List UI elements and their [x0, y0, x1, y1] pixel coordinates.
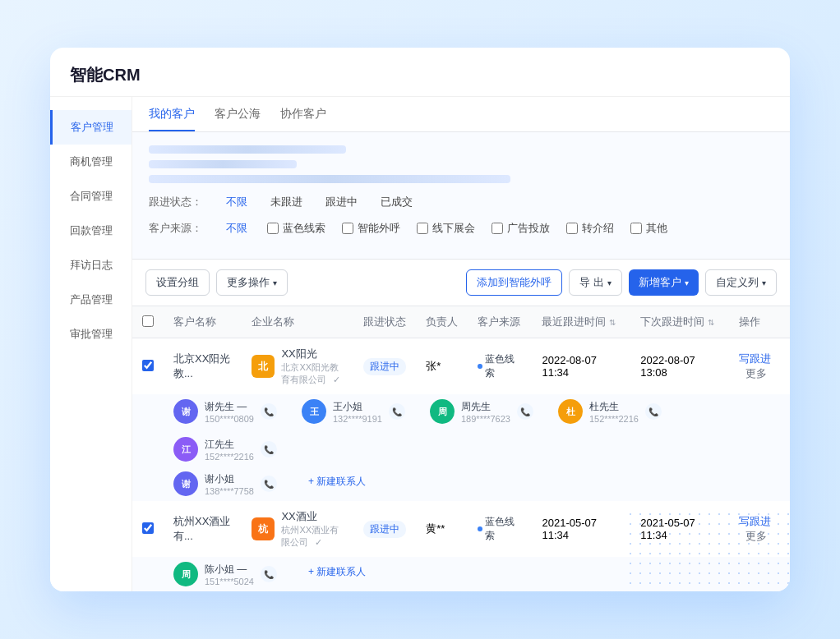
set-group-button[interactable]: 设置分组 — [145, 269, 210, 296]
skeleton-line-2 — [149, 160, 297, 168]
phone-icon[interactable]: 📞 — [261, 441, 277, 457]
row1-status-badge: 跟进中 — [363, 358, 406, 375]
row1-company-full-name: 北京XX阳光教育有限公司 ✓ — [281, 361, 344, 386]
col-source: 客户来源 — [468, 306, 532, 338]
sidebar-item-approval[interactable]: 审批管理 — [50, 317, 132, 352]
source-label: 客户来源： — [149, 221, 206, 236]
tab-my-customer[interactable]: 我的客户 — [149, 107, 195, 131]
contact-avatar: 江 — [173, 437, 198, 462]
sidebar-item-opportunity[interactable]: 商机管理 — [50, 145, 132, 179]
source-all[interactable]: 不限 — [223, 219, 251, 237]
phone-icon[interactable]: 📞 — [389, 403, 405, 420]
header-checkbox-cell — [132, 306, 164, 338]
skeleton-line-3 — [149, 175, 510, 183]
row1-write-btn[interactable]: 写跟进 — [739, 352, 771, 365]
row1-checkbox-cell — [132, 338, 164, 395]
table-row-contacts-2: 周 陈小姐 — 151****5024 📞 + 新建联系人 — [132, 557, 790, 591]
row1-name: 北京XX阳光教... — [164, 338, 242, 395]
follow-status-all[interactable]: 不限 — [223, 193, 251, 211]
contact-avatar: 谢 — [173, 471, 198, 496]
sidebar-item-visit[interactable]: 拜访日志 — [50, 248, 132, 283]
sidebar-item-product[interactable]: 产品管理 — [50, 283, 132, 317]
phone-icon[interactable]: 📞 — [645, 403, 662, 420]
export-button[interactable]: 导 出 ▾ — [569, 269, 622, 296]
phone-icon[interactable]: 📞 — [261, 403, 277, 420]
row1-company: 北 XX阳光 北京XX阳光教育有限公司 ✓ — [242, 338, 353, 395]
row2-company-full-name: 杭州XX酒业有限公司 ✓ — [281, 524, 344, 549]
col-next-follow[interactable]: 下次跟进时间 ⇅ — [630, 306, 729, 338]
row2-owner: 黄** — [416, 501, 468, 557]
app-title: 智能CRM — [70, 66, 141, 84]
table-header-row: 客户名称 企业名称 跟进状态 负责人 客户来源 最近跟进时间 ⇅ 下次跟进时间 — [132, 306, 790, 338]
table-row: 杭州XX酒业有... 杭 XX酒业 杭州XX酒业有限公司 ✓ — [132, 501, 790, 557]
row1-follow-status: 跟进中 — [353, 338, 416, 395]
add-ai-button[interactable]: 添加到智能外呼 — [466, 269, 562, 296]
verify-icon-2: ✓ — [315, 537, 322, 547]
row1-checkbox[interactable] — [142, 360, 154, 371]
customer-table: 客户名称 企业名称 跟进状态 负责人 客户来源 最近跟进时间 ⇅ 下次跟进时间 — [132, 306, 790, 591]
select-all-checkbox[interactable] — [142, 315, 154, 327]
follow-status-none[interactable]: 未跟进 — [267, 193, 306, 211]
follow-status-following[interactable]: 跟进中 — [322, 193, 361, 211]
custom-column-button[interactable]: 自定义列 ▾ — [705, 269, 777, 296]
row1-company-name: XX阳光 — [281, 347, 344, 361]
contact-avatar: 谢 — [173, 399, 198, 424]
sidebar-item-payment[interactable]: 回款管理 — [50, 214, 132, 248]
row2-checkbox[interactable] — [142, 522, 154, 534]
contact-card: 江 江先生 152****2216 📞 — [173, 437, 288, 462]
col-owner: 负责人 — [416, 306, 468, 338]
phone-icon[interactable]: 📞 — [261, 566, 277, 582]
source-blue[interactable]: 蓝色线索 — [267, 221, 325, 236]
add-contact-btn-2[interactable]: + 新建联系人 — [302, 562, 372, 586]
sidebar-item-contract[interactable]: 合同管理 — [50, 179, 132, 214]
filter-section: 跟进状态： 不限 未跟进 跟进中 已成交 客户来源： 不限 蓝色线索 智能外呼 — [132, 132, 790, 260]
phone-icon[interactable]: 📞 — [261, 476, 277, 492]
source-referral[interactable]: 转介绍 — [566, 221, 614, 236]
row2-status-badge: 跟进中 — [363, 521, 406, 538]
sidebar-item-customer[interactable]: 客户管理 — [50, 110, 132, 145]
toolbar-left: 设置分组 更多操作 ▾ — [145, 269, 459, 296]
contact-card: 周 陈小姐 — 151****5024 📞 — [173, 562, 288, 586]
source-ai[interactable]: 智能外呼 — [342, 221, 400, 236]
add-contact-btn-1[interactable]: + 新建联系人 — [302, 471, 372, 496]
source-filter: 客户来源： 不限 蓝色线索 智能外呼 线下展会 广告投放 — [149, 219, 773, 237]
main-layout: 客户管理 商机管理 合同管理 回款管理 拜访日志 产品管理 审批管理 我的客户 … — [50, 97, 790, 591]
sort-icon-last: ⇅ — [609, 318, 616, 327]
tab-public-sea[interactable]: 客户公海 — [215, 107, 261, 131]
more-actions-button[interactable]: 更多操作 ▾ — [216, 269, 288, 296]
follow-status-label: 跟进状态： — [149, 195, 206, 209]
table-row-contacts-1: 谢 谢先生 — 150****0809 📞 王 — [132, 394, 790, 467]
row2-checkbox-cell — [132, 501, 164, 557]
table-body: 北京XX阳光教... 北 XX阳光 北京XX阳光教育有限公司 — [132, 338, 790, 592]
contact-card: 谢 谢先生 — 150****0809 📞 — [173, 399, 288, 424]
contact-card: 杜 杜先生 152****2216 📞 — [558, 399, 673, 424]
row1-action: 写跟进 更多 — [729, 338, 790, 395]
source-offline[interactable]: 线下展会 — [417, 221, 475, 236]
col-name: 客户名称 — [164, 306, 242, 338]
tab-collab-customer[interactable]: 协作客户 — [280, 107, 326, 131]
contact-avatar: 周 — [430, 399, 455, 424]
row1-more-btn[interactable]: 更多 — [745, 367, 767, 379]
col-follow-status: 跟进状态 — [353, 306, 416, 338]
skeleton-lines — [149, 145, 773, 183]
caret-icon: ▾ — [273, 278, 277, 287]
sort-icon-next: ⇅ — [708, 318, 714, 327]
app-container: 智能CRM 客户管理 商机管理 合同管理 回款管理 拜访日志 产品管理 审批管理… — [50, 48, 790, 591]
follow-status-filter: 跟进状态： 不限 未跟进 跟进中 已成交 — [149, 193, 773, 211]
contact-card: 周 周先生 189****7623 📞 — [430, 399, 545, 424]
source-ads[interactable]: 广告投放 — [492, 221, 550, 236]
source-other[interactable]: 其他 — [630, 221, 667, 236]
row2-next-follow: 2021-05-07 11:34 — [630, 501, 729, 557]
skeleton-line-1 — [149, 145, 346, 154]
new-customer-button[interactable]: 新增客户 ▾ — [629, 269, 699, 296]
toolbar: 设置分组 更多操作 ▾ 添加到智能外呼 导 出 ▾ 新增客户 ▾ — [132, 260, 790, 306]
row2-action: 写跟进 更多 — [729, 501, 790, 557]
row2-write-btn[interactable]: 写跟进 — [739, 515, 771, 527]
follow-status-done[interactable]: 已成交 — [377, 193, 416, 211]
col-action: 操作 — [729, 306, 790, 338]
row2-contacts-cell: 周 陈小姐 — 151****5024 📞 + 新建联系人 — [164, 557, 790, 591]
row2-more-btn[interactable]: 更多 — [745, 530, 767, 542]
row2-source: 蓝色线索 — [468, 501, 532, 557]
col-last-follow[interactable]: 最近跟进时间 ⇅ — [532, 306, 630, 338]
phone-icon[interactable]: 📞 — [517, 403, 533, 420]
